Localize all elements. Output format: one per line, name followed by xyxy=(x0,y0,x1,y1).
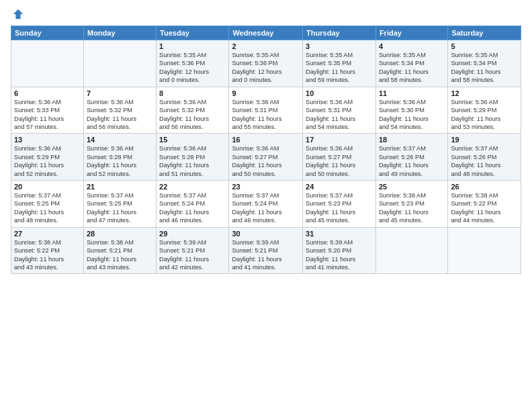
day-number: 3 xyxy=(306,42,373,50)
day-number: 8 xyxy=(159,89,226,97)
day-info: Sunrise: 5:38 AM Sunset: 5:22 PM Dayligh… xyxy=(14,238,81,272)
calendar-body: 1Sunrise: 5:35 AM Sunset: 5:36 PM Daylig… xyxy=(11,40,521,274)
day-number: 11 xyxy=(379,89,445,97)
day-info: Sunrise: 5:35 AM Sunset: 5:36 PM Dayligh… xyxy=(232,51,300,85)
day-info: Sunrise: 5:37 AM Sunset: 5:23 PM Dayligh… xyxy=(306,191,373,225)
calendar-header: SundayMondayTuesdayWednesdayThursdayFrid… xyxy=(11,26,521,40)
day-info: Sunrise: 5:36 AM Sunset: 5:31 PM Dayligh… xyxy=(232,98,300,132)
calendar-cell: 27Sunrise: 5:38 AM Sunset: 5:22 PM Dayli… xyxy=(11,227,84,274)
calendar-cell: 3Sunrise: 5:35 AM Sunset: 5:35 PM Daylig… xyxy=(303,40,376,87)
day-info: Sunrise: 5:36 AM Sunset: 5:29 PM Dayligh… xyxy=(451,98,518,132)
calendar-cell: 17Sunrise: 5:36 AM Sunset: 5:27 PM Dayli… xyxy=(303,134,376,181)
day-number: 4 xyxy=(379,42,445,50)
day-info: Sunrise: 5:39 AM Sunset: 5:21 PM Dayligh… xyxy=(159,238,226,272)
calendar-cell: 9Sunrise: 5:36 AM Sunset: 5:31 PM Daylig… xyxy=(229,87,303,134)
calendar-week-row: 13Sunrise: 5:36 AM Sunset: 5:29 PM Dayli… xyxy=(11,134,521,181)
weekday-header-thursday: Thursday xyxy=(303,26,376,40)
day-info: Sunrise: 5:36 AM Sunset: 5:29 PM Dayligh… xyxy=(14,144,81,178)
calendar-cell: 31Sunrise: 5:39 AM Sunset: 5:20 PM Dayli… xyxy=(303,227,376,274)
day-info: Sunrise: 5:36 AM Sunset: 5:27 PM Dayligh… xyxy=(306,144,373,178)
calendar-cell: 28Sunrise: 5:38 AM Sunset: 5:21 PM Dayli… xyxy=(83,227,156,274)
day-number: 6 xyxy=(14,89,81,97)
day-number: 7 xyxy=(87,89,153,97)
day-number: 27 xyxy=(14,230,81,238)
day-number: 12 xyxy=(451,89,518,97)
calendar-cell: 26Sunrise: 5:38 AM Sunset: 5:22 PM Dayli… xyxy=(448,181,521,228)
day-number: 16 xyxy=(232,136,300,144)
day-info: Sunrise: 5:38 AM Sunset: 5:22 PM Dayligh… xyxy=(451,191,518,225)
calendar-week-row: 6Sunrise: 5:36 AM Sunset: 5:33 PM Daylig… xyxy=(11,87,521,134)
day-info: Sunrise: 5:36 AM Sunset: 5:33 PM Dayligh… xyxy=(14,98,81,132)
day-number: 19 xyxy=(451,136,518,144)
logo xyxy=(11,8,24,20)
day-info: Sunrise: 5:39 AM Sunset: 5:21 PM Dayligh… xyxy=(232,238,300,272)
weekday-header-saturday: Saturday xyxy=(448,26,521,40)
day-number: 26 xyxy=(451,183,518,191)
calendar-cell: 21Sunrise: 5:37 AM Sunset: 5:25 PM Dayli… xyxy=(83,181,156,228)
day-number: 1 xyxy=(159,42,226,50)
calendar-cell xyxy=(375,227,448,274)
calendar-cell: 7Sunrise: 5:36 AM Sunset: 5:32 PM Daylig… xyxy=(83,87,156,134)
weekday-header-row: SundayMondayTuesdayWednesdayThursdayFrid… xyxy=(11,26,521,40)
calendar-cell: 18Sunrise: 5:37 AM Sunset: 5:26 PM Dayli… xyxy=(375,134,448,181)
day-info: Sunrise: 5:37 AM Sunset: 5:24 PM Dayligh… xyxy=(232,191,300,225)
day-info: Sunrise: 5:36 AM Sunset: 5:31 PM Dayligh… xyxy=(306,98,373,132)
day-info: Sunrise: 5:36 AM Sunset: 5:28 PM Dayligh… xyxy=(87,144,153,178)
day-info: Sunrise: 5:39 AM Sunset: 5:20 PM Dayligh… xyxy=(306,238,373,272)
calendar-cell: 23Sunrise: 5:37 AM Sunset: 5:24 PM Dayli… xyxy=(229,181,303,228)
weekday-header-monday: Monday xyxy=(83,26,156,40)
day-number: 18 xyxy=(379,136,445,144)
calendar-cell: 15Sunrise: 5:36 AM Sunset: 5:28 PM Dayli… xyxy=(157,134,229,181)
day-number: 2 xyxy=(232,42,300,50)
day-info: Sunrise: 5:35 AM Sunset: 5:34 PM Dayligh… xyxy=(379,51,445,85)
day-info: Sunrise: 5:38 AM Sunset: 5:21 PM Dayligh… xyxy=(87,238,153,272)
day-number: 5 xyxy=(451,42,518,50)
calendar-cell: 12Sunrise: 5:36 AM Sunset: 5:29 PM Dayli… xyxy=(448,87,521,134)
day-info: Sunrise: 5:36 AM Sunset: 5:30 PM Dayligh… xyxy=(379,98,445,132)
day-number: 15 xyxy=(159,136,226,144)
day-number: 10 xyxy=(306,89,373,97)
page-header xyxy=(11,8,521,20)
calendar-week-row: 27Sunrise: 5:38 AM Sunset: 5:22 PM Dayli… xyxy=(11,227,521,274)
calendar-cell: 11Sunrise: 5:36 AM Sunset: 5:30 PM Dayli… xyxy=(375,87,448,134)
day-info: Sunrise: 5:36 AM Sunset: 5:28 PM Dayligh… xyxy=(159,144,226,178)
day-info: Sunrise: 5:37 AM Sunset: 5:25 PM Dayligh… xyxy=(87,191,153,225)
calendar-cell: 4Sunrise: 5:35 AM Sunset: 5:34 PM Daylig… xyxy=(375,40,448,87)
weekday-header-friday: Friday xyxy=(375,26,448,40)
calendar-cell: 24Sunrise: 5:37 AM Sunset: 5:23 PM Dayli… xyxy=(303,181,376,228)
day-info: Sunrise: 5:37 AM Sunset: 5:26 PM Dayligh… xyxy=(451,144,518,178)
calendar-cell: 8Sunrise: 5:36 AM Sunset: 5:32 PM Daylig… xyxy=(157,87,229,134)
calendar-cell xyxy=(83,40,156,87)
calendar-cell: 1Sunrise: 5:35 AM Sunset: 5:36 PM Daylig… xyxy=(157,40,229,87)
calendar-week-row: 1Sunrise: 5:35 AM Sunset: 5:36 PM Daylig… xyxy=(11,40,521,87)
calendar-cell: 14Sunrise: 5:36 AM Sunset: 5:28 PM Dayli… xyxy=(83,134,156,181)
day-info: Sunrise: 5:37 AM Sunset: 5:26 PM Dayligh… xyxy=(379,144,445,178)
calendar-cell xyxy=(11,40,84,87)
day-number: 20 xyxy=(14,183,81,191)
weekday-header-wednesday: Wednesday xyxy=(229,26,303,40)
day-number: 21 xyxy=(87,183,153,191)
day-number: 28 xyxy=(87,230,153,238)
calendar-cell: 13Sunrise: 5:36 AM Sunset: 5:29 PM Dayli… xyxy=(11,134,84,181)
day-number: 17 xyxy=(306,136,373,144)
svg-marker-0 xyxy=(13,9,23,19)
day-info: Sunrise: 5:35 AM Sunset: 5:36 PM Dayligh… xyxy=(159,51,226,85)
day-info: Sunrise: 5:35 AM Sunset: 5:35 PM Dayligh… xyxy=(306,51,373,85)
calendar-cell xyxy=(448,227,521,274)
calendar-cell: 2Sunrise: 5:35 AM Sunset: 5:36 PM Daylig… xyxy=(229,40,303,87)
day-number: 22 xyxy=(159,183,226,191)
logo-icon xyxy=(12,8,24,20)
calendar-cell: 19Sunrise: 5:37 AM Sunset: 5:26 PM Dayli… xyxy=(448,134,521,181)
day-info: Sunrise: 5:38 AM Sunset: 5:23 PM Dayligh… xyxy=(379,191,445,225)
calendar-week-row: 20Sunrise: 5:37 AM Sunset: 5:25 PM Dayli… xyxy=(11,181,521,228)
day-number: 24 xyxy=(306,183,373,191)
calendar-cell: 10Sunrise: 5:36 AM Sunset: 5:31 PM Dayli… xyxy=(303,87,376,134)
calendar-cell: 20Sunrise: 5:37 AM Sunset: 5:25 PM Dayli… xyxy=(11,181,84,228)
weekday-header-tuesday: Tuesday xyxy=(157,26,229,40)
day-number: 30 xyxy=(232,230,300,238)
day-number: 13 xyxy=(14,136,81,144)
calendar-cell: 16Sunrise: 5:36 AM Sunset: 5:27 PM Dayli… xyxy=(229,134,303,181)
calendar-cell: 6Sunrise: 5:36 AM Sunset: 5:33 PM Daylig… xyxy=(11,87,84,134)
day-number: 9 xyxy=(232,89,300,97)
calendar-cell: 30Sunrise: 5:39 AM Sunset: 5:21 PM Dayli… xyxy=(229,227,303,274)
